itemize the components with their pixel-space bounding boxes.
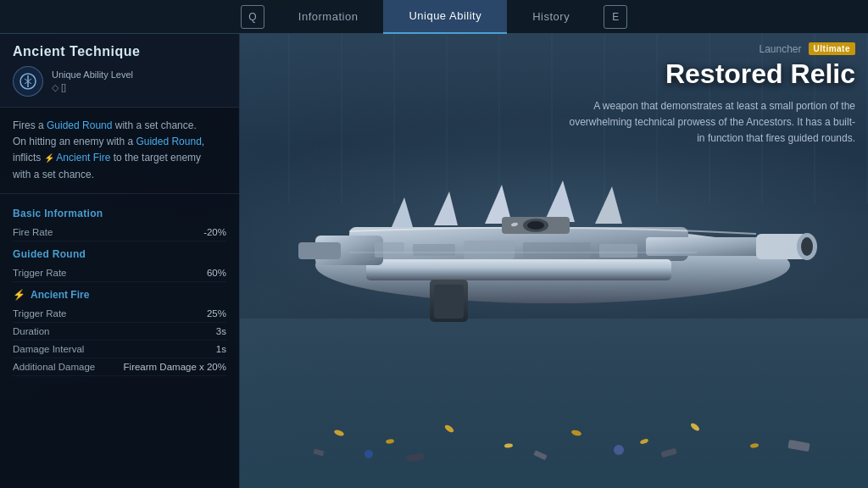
svg-rect-36 [406,452,424,462]
left-panel: Ancient Technique Unique Ability Level ◇… [0,34,240,488]
panel-header: Ancient Technique Unique Ability Level ◇… [0,34,239,108]
svg-rect-18 [599,244,637,258]
svg-point-39 [364,450,373,458]
badge-ultimate: Ultimate [809,42,855,55]
stat-af-trigger-label: Trigger Rate [13,308,67,319]
ability-level-row: Unique Ability Level ◇ [] [13,66,226,97]
nav-bar: Q Information Unique Ability History E [0,0,868,34]
guided-round-link-1[interactable]: Guided Round [47,119,112,131]
guided-round-link-2[interactable]: Guided Round [136,136,201,147]
panel-description: Fires a Guided Round with a set chance. … [0,108,239,194]
ability-level-info: Unique Ability Level ◇ [] [52,69,133,93]
stat-af-damage-interval-value: 1s [216,344,226,354]
svg-point-40 [614,445,624,455]
stats-section: Basic Information Fire Rate -20% Guided … [0,194,239,383]
stat-af-trigger-value: 25% [207,308,226,319]
ability-icon [13,66,43,97]
stat-guided-trigger-label: Trigger Rate [13,268,67,278]
stat-fire-rate: Fire Rate -20% [13,224,226,241]
basic-info-header: Basic Information [13,208,226,219]
ancient-fire-link[interactable]: Ancient Fire [56,152,110,164]
guided-round-header: Guided Round [13,248,226,260]
tab-unique-ability[interactable]: Unique Ability [383,0,507,34]
svg-point-30 [504,443,513,448]
floor-debris [237,403,868,471]
panel-title: Ancient Technique [13,44,226,59]
svg-point-32 [639,438,648,445]
svg-point-27 [333,429,344,437]
svg-marker-13 [595,186,622,224]
stat-af-duration: Duration 3s [13,323,226,341]
tab-information[interactable]: Information [273,0,384,34]
svg-marker-12 [544,180,575,222]
ability-level-label: Unique Ability Level [52,69,133,80]
svg-point-28 [386,439,395,445]
svg-rect-37 [533,450,547,460]
stat-guided-trigger-rate: Trigger Rate 60% [13,264,226,282]
key-q[interactable]: Q [241,5,264,29]
ancient-fire-header-row: ⚡ Ancient Fire [13,289,226,301]
stat-af-damage-interval-label: Damage Interval [13,344,84,354]
stat-af-additional-damage-label: Additional Damage [13,362,95,372]
stat-af-additional-damage-value: Firearm Damage x 20% [124,362,226,372]
stat-guided-trigger-value: 60% [207,268,226,278]
svg-point-29 [443,424,454,434]
right-info-panel: Launcher Ultimate Restored Relic A weapo… [567,42,855,147]
key-e[interactable]: E [604,5,627,29]
stat-af-damage-interval: Damage Interval 1s [13,341,226,358]
svg-rect-15 [413,244,455,256]
svg-point-25 [527,221,544,230]
svg-marker-10 [434,191,458,225]
ability-level-stars: ◇ [] [52,82,133,93]
svg-rect-2 [366,259,671,280]
svg-rect-38 [661,448,677,458]
svg-rect-14 [375,242,404,258]
svg-rect-20 [434,285,464,319]
stat-af-trigger-rate: Trigger Rate 25% [13,305,226,323]
tab-history[interactable]: History [507,0,595,34]
weapon-svg [264,125,841,396]
stat-fire-rate-value: -20% [203,227,226,237]
svg-rect-16 [464,241,515,259]
svg-rect-35 [313,449,324,457]
stat-af-duration-label: Duration [13,326,49,336]
stat-af-duration-value: 3s [216,326,226,336]
svg-point-6 [801,237,813,256]
svg-rect-17 [523,242,591,258]
ancient-fire-header-label: Ancient Fire [31,289,89,301]
ancient-fire-header-icon: ⚡ [13,289,25,301]
weapon-type-label: Launcher [760,43,802,55]
svg-point-33 [689,422,700,432]
svg-point-34 [750,443,760,448]
stat-fire-rate-label: Fire Rate [13,227,53,237]
svg-point-31 [570,430,581,437]
ancient-fire-inline-icon: ⚡ [44,153,54,163]
svg-rect-8 [298,242,341,259]
weapon-description: A weapon that demonstrates at least a sm… [567,98,855,147]
svg-rect-41 [787,440,810,452]
weapon-type-row: Launcher Ultimate [567,42,855,55]
weapon-name: Restored Relic [567,58,855,90]
stat-af-additional-damage: Additional Damage Firearm Damage x 20% [13,358,226,376]
svg-marker-9 [392,197,413,227]
